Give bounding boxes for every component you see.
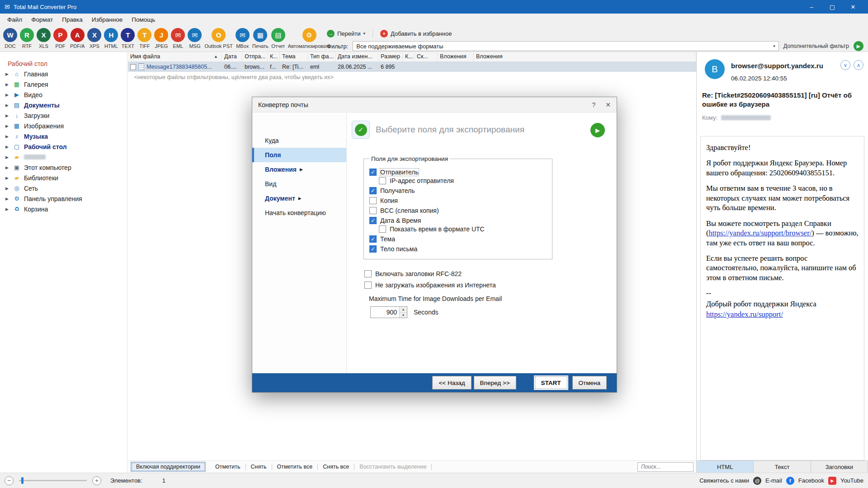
row-checkbox[interactable] [130,64,136,70]
field-checkbox-row[interactable]: ✓ Копия [369,197,547,204]
field-checkbox-row[interactable]: ✓ Получатель [369,187,547,194]
facebook-link[interactable]: Facebook [798,477,824,484]
check-all-button[interactable]: Отметить все [273,462,317,471]
minimize-button[interactable]: – [801,0,822,14]
checkbox[interactable]: ✓ [369,197,377,204]
dialog-nav-item[interactable]: Вложения ▶ [252,162,346,177]
filter-select[interactable]: Все поддерживаемые форматы ▾ [353,41,778,51]
tree-item[interactable]: ▶ ▢ Рабочий стол [0,141,127,152]
chevron-down-icon[interactable]: ∨ [840,60,850,70]
run-button[interactable]: ▶ [590,123,605,137]
format-button[interactable]: ▤ Отчет [270,27,287,50]
format-button[interactable]: J JPEG [153,27,170,50]
expander-icon[interactable]: ▶ [5,72,12,76]
expander-icon[interactable]: ▶ [5,113,12,118]
column-header[interactable]: К... [268,52,280,61]
menu-item[interactable]: Помощь [127,14,160,25]
dialog-nav-item[interactable]: Документ ▶ [252,191,346,206]
field-checkbox-row[interactable]: ✓ Тело письма [369,245,547,253]
format-button[interactable]: A PDF/A [69,27,86,50]
apply-filter-button[interactable]: ▶ [854,41,863,51]
expander-icon[interactable]: ▶ [5,134,12,139]
checkbox[interactable]: ✓ [369,169,377,176]
search-input[interactable] [637,462,693,472]
zoom-slider-handle[interactable] [21,477,24,484]
format-button[interactable]: W DOC [2,27,19,50]
dialog-nav-item[interactable]: Начать конвертацию ▶ [252,206,346,220]
dialog-close-button[interactable]: ✕ [605,101,611,108]
email-link[interactable]: E-mail [765,477,782,484]
tree-item[interactable]: ▶ ▤ Документы [0,100,127,110]
tree-item[interactable]: ▶ ▣ Этот компьютер [0,162,127,173]
no-images-checkbox-row[interactable]: ✓ Не загружать изображения из Интернета [364,282,617,289]
close-button[interactable]: ✕ [843,0,863,14]
checkbox[interactable]: ✓ [379,225,386,233]
checkbox[interactable]: ✓ [369,217,377,224]
menu-item[interactable]: Правка [57,14,87,25]
checkbox[interactable]: ✓ [379,177,386,184]
checkbox[interactable]: ✓ [369,235,377,243]
zoom-slider[interactable] [19,480,87,481]
expander-icon[interactable]: ▶ [5,186,12,191]
dialog-nav-item[interactable]: Куда ▶ [252,133,346,148]
format-button[interactable]: ✉ EML [170,27,186,50]
check-button[interactable]: Отметить [211,462,245,471]
help-button[interactable]: ? [592,101,595,108]
field-checkbox-row[interactable]: ✓ Показать время в формате UTC [379,225,547,233]
tree-item[interactable]: ▶ ♻ Корзина [0,204,127,214]
format-button[interactable]: P PDF [52,27,69,50]
table-row[interactable]: Message173883485605... 06.... brows... f… [128,62,696,72]
column-header[interactable]: Ск... [415,52,438,61]
field-checkbox-row[interactable]: ✓ Тема [369,235,547,243]
format-button[interactable]: T TEXT [119,27,136,50]
support-link[interactable]: https://yandex.ru/support/ [706,310,783,319]
column-header[interactable]: Дата измен... [335,52,378,61]
column-header[interactable]: Вложения [438,52,474,61]
column-header[interactable]: Отпра... [242,52,268,61]
rfc-checkbox-row[interactable]: ✓ Включать заголовки RFC-822 [364,270,617,277]
start-button[interactable]: START [533,375,569,390]
preview-tab[interactable]: Текст [754,461,811,473]
format-button[interactable]: ▦ Печать [251,27,270,50]
checkbox[interactable]: ✓ [364,270,372,277]
tree-item[interactable]: ▶ ⌂ Главная [0,69,127,79]
go-button[interactable]: Перейти [337,30,361,37]
expander-icon[interactable]: ▶ [5,124,12,128]
format-button[interactable]: R RTF [19,27,35,50]
column-header[interactable]: К... [403,52,415,61]
preview-tab[interactable]: Заголовки [811,461,868,473]
tree-item[interactable]: ▶ ♪ Музыка [0,131,127,141]
expander-icon[interactable]: ▶ [5,145,12,149]
column-header[interactable]: Дата [222,52,242,61]
max-time-value[interactable]: 900 [371,307,399,318]
expander-icon[interactable]: ▶ [5,207,12,211]
menu-item[interactable]: Файл [3,14,27,25]
column-header[interactable]: Вложения [474,52,696,61]
dialog-nav-item[interactable]: Поля ▶ [252,148,346,162]
expander-icon[interactable]: ▶ [5,93,12,97]
maximize-button[interactable]: ▢ [822,0,843,14]
format-button[interactable]: O Outlook PST [203,27,234,50]
column-header[interactable]: Размер ... [378,52,403,61]
column-header[interactable]: Имя файла [128,52,222,61]
next-button[interactable]: Вперед >> [474,376,516,389]
tree-item[interactable]: ▶ ▰ [0,152,127,162]
preview-tab[interactable]: HTML [697,461,754,473]
tree-item[interactable]: ▶ ▶ Видео [0,89,127,100]
zoom-out-button[interactable]: − [5,476,14,485]
format-button[interactable]: X XLS [35,27,52,50]
expander-icon[interactable]: ▶ [5,197,12,201]
format-button[interactable]: X XPS [86,27,103,50]
max-time-stepper[interactable]: 900 ▲ ▼ [370,306,407,318]
add-favorite-button[interactable]: Добавить в избранное [391,30,452,37]
field-checkbox-row[interactable]: ✓ Отправитель [369,169,547,176]
extra-filter-button[interactable]: Дополнительный фильтр [783,43,849,49]
tree-item[interactable]: ▶ ↓ Загрузки [0,110,127,121]
format-button[interactable]: ✉ MSG [186,27,203,50]
include-subdirs-toggle[interactable]: Включая поддиректории [131,462,206,472]
back-button[interactable]: << Назад [432,376,471,389]
expander-icon[interactable]: ▶ [5,155,12,160]
field-checkbox-row[interactable]: ✓ Дата & Время [369,217,547,224]
tree-item[interactable]: ▶ ⚙ Панель управления [0,193,127,204]
format-button[interactable]: T TIFF [136,27,153,50]
